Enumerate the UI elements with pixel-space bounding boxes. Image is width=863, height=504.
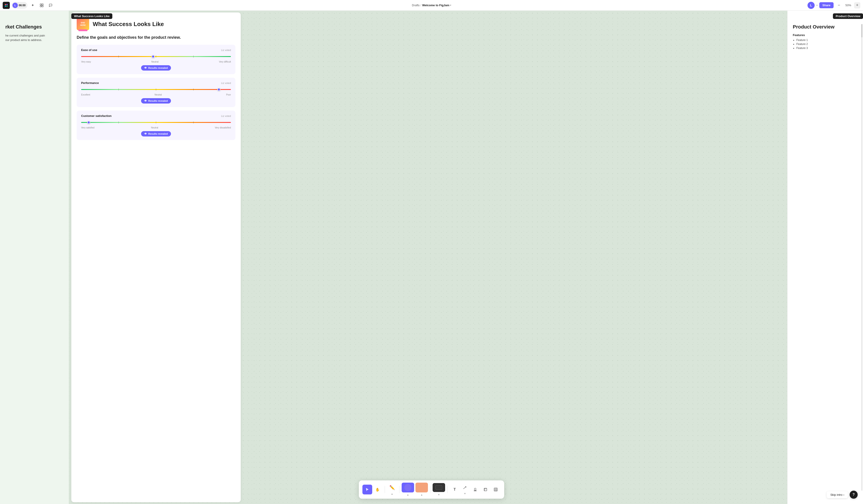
right-scrollbar[interactable]	[861, 24, 862, 491]
svg-rect-9	[474, 490, 476, 491]
pen-tool[interactable]: ✏️	[387, 483, 397, 492]
bottom-right-actions: Skip intro › ?	[827, 491, 858, 499]
ease-results-badge-button[interactable]: Results revealed	[141, 65, 171, 70]
purple-expand[interactable]: ▲	[406, 493, 410, 496]
perf-results-badge-button[interactable]: Results revealed	[141, 98, 171, 104]
svg-rect-1	[7, 4, 8, 5]
hand-tool[interactable]: ✋	[373, 484, 383, 494]
breadcrumb-file-title[interactable]: Welcome to FigJam ▾	[422, 3, 451, 7]
template-tool-group: ▲	[433, 483, 445, 496]
topbar-center: Drafts / Welcome to FigJam ▾	[412, 3, 451, 7]
topbar-right: L ▾ Share − 50% +	[808, 2, 860, 9]
svg-rect-3	[7, 5, 8, 7]
slider-perf-tick-2	[156, 88, 156, 91]
slider-cust-track[interactable]	[81, 120, 231, 125]
slider-ease-thumb[interactable]	[152, 55, 155, 58]
toolbar-sep-3	[430, 486, 430, 493]
stamp-icon: END HERE	[77, 18, 89, 30]
feature-item-3: Feature 3	[796, 47, 858, 50]
slider-ease-of-use: Ease of use Liz voted Very easy Neutral …	[77, 45, 235, 74]
slider-ease-track[interactable]	[81, 54, 231, 59]
right-panel-title: Product Overview	[793, 24, 858, 30]
table-tool[interactable]	[491, 484, 501, 494]
topbar: L 06:00 ✦ Drafts / Welcome to FigJam ▾	[0, 0, 863, 11]
section-label-success: What Success Looks Like	[71, 13, 112, 19]
shape-tool-group: ▲ ▲	[402, 483, 428, 496]
section-label-product: Product Overview	[833, 13, 863, 19]
layout-button[interactable]	[38, 2, 45, 9]
right-scrollbar-thumb[interactable]	[861, 24, 862, 37]
cust-results-badge-button[interactable]: Results revealed	[141, 131, 171, 137]
slider-ease-tick-1	[118, 55, 119, 58]
share-button[interactable]: Share	[819, 2, 834, 8]
figma-menu-button[interactable]	[3, 2, 10, 9]
slider-ease-voted: Liz voted	[221, 49, 231, 51]
connector-tool[interactable]	[460, 484, 470, 491]
template-tool[interactable]	[433, 483, 445, 492]
ease-results-badge: Results revealed	[141, 65, 171, 70]
svg-point-8	[474, 488, 476, 490]
bottom-toolbar: ✋ ✏️ ▲ ▲ ▲	[359, 480, 504, 499]
slider-perf-track[interactable]	[81, 87, 231, 92]
slider-perf-header: Performance Liz voted	[81, 81, 231, 85]
plus-button[interactable]: +	[854, 2, 860, 9]
perf-results-badge: Results revealed	[141, 98, 171, 104]
slider-perf-voted: Liz voted	[221, 82, 231, 85]
main-card-subtitle: Define the goals and objectives for the …	[77, 35, 235, 40]
slider-cust-thumb[interactable]	[87, 121, 90, 124]
svg-rect-0	[5, 4, 6, 5]
slider-perf-tick-1	[118, 88, 119, 91]
slider-customer-satisfaction: Customer satisfaction Liz voted Very sat…	[77, 111, 235, 140]
template-expand[interactable]: ▲	[437, 492, 441, 496]
left-panel-description: he current challenges and pain our produ…	[5, 34, 63, 42]
frame-tool[interactable]	[480, 484, 490, 494]
svg-rect-2	[5, 5, 6, 7]
slider-cust-title: Customer satisfaction	[81, 114, 112, 118]
stamp-tool[interactable]	[470, 484, 480, 494]
minus-button[interactable]: −	[835, 2, 842, 9]
cursor-tool[interactable]	[362, 484, 372, 494]
utility-tool-group: T ▲	[450, 484, 501, 495]
skip-intro-button[interactable]: Skip intro ›	[827, 491, 848, 498]
left-panel: rket Challenges he current challenges an…	[0, 11, 69, 504]
user-avatar[interactable]: L	[808, 2, 815, 9]
svg-rect-13	[494, 488, 497, 491]
features-heading: Features	[793, 34, 858, 37]
breadcrumb-dropdown-icon: ▾	[450, 4, 451, 7]
chat-button[interactable]	[47, 2, 54, 9]
left-panel-title: rket Challenges	[5, 24, 63, 30]
cursor-tool-group: ✋	[362, 484, 383, 494]
slider-cust-tick-1	[118, 121, 119, 124]
feature-item-2: Feature 2	[796, 42, 858, 46]
dropdown-arrow[interactable]: ▾	[816, 4, 817, 7]
slider-perf-label-right: Poor	[226, 93, 231, 96]
slider-ease-label-right: Very difficult	[219, 61, 231, 63]
right-panel: Product Overview Features Feature 1 Feat…	[787, 11, 863, 504]
canvas: What Success Looks Like Product Overview…	[0, 11, 863, 504]
peach-expand[interactable]: ▲	[420, 493, 424, 496]
topbar-left: L 06:00 ✦	[3, 2, 806, 9]
slider-ease-title: Ease of use	[81, 48, 97, 52]
peach-shape-tool[interactable]	[415, 483, 428, 492]
breadcrumb-drafts[interactable]: Drafts	[412, 3, 420, 7]
text-tool[interactable]: T	[450, 484, 460, 494]
svg-rect-4	[40, 4, 41, 5]
slider-perf-thumb[interactable]	[217, 88, 221, 91]
zoom-level[interactable]: 50%	[844, 3, 852, 7]
slider-perf-title: Performance	[81, 81, 99, 85]
purple-marker-tool[interactable]	[402, 483, 414, 492]
connector-expand[interactable]: ▲	[463, 491, 467, 495]
magic-button[interactable]: ✦	[29, 2, 36, 9]
help-button[interactable]: ?	[850, 491, 858, 499]
slider-ease-header: Ease of use Liz voted	[81, 48, 231, 52]
main-card: END HERE What Success Looks Like Define …	[71, 12, 241, 502]
slider-perf-label-center: Neutral	[155, 93, 162, 96]
timer-display: 06:00	[19, 4, 26, 7]
svg-rect-10	[484, 488, 487, 491]
slider-cust-voted: Liz voted	[221, 115, 231, 117]
toolbar-sep-1	[385, 486, 385, 493]
slider-cust-labels: Very satisfied Neutral Very dissatisfied	[81, 127, 231, 129]
slider-cust-label-center: Neutral	[151, 127, 158, 129]
pen-expand[interactable]: ▲	[390, 492, 394, 495]
draw-tool-group: ✏️ ▲	[387, 483, 397, 495]
